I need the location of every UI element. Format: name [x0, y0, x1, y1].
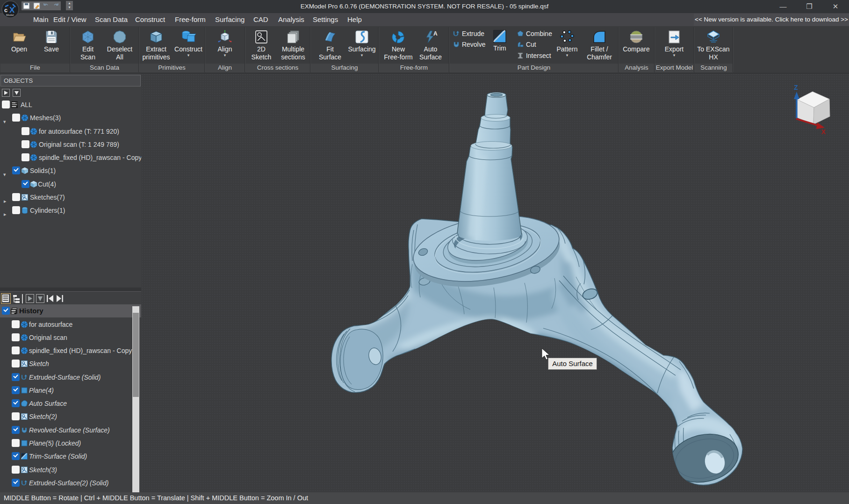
svg-text:A: A [433, 30, 438, 37]
svg-text:Z: Z [794, 84, 798, 91]
svg-text:c: c [4, 7, 7, 14]
svg-text:X: X [821, 128, 826, 136]
svg-text:Model: Model [6, 14, 14, 16]
